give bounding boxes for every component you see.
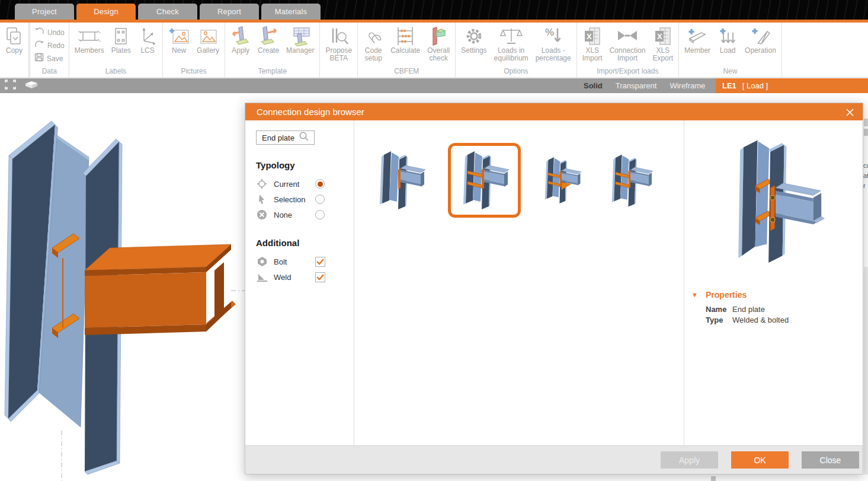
ribbon-group-data: UndoRedoSaveData <box>30 23 69 77</box>
additional-option-bolt[interactable]: Bolt <box>256 254 354 269</box>
tab-materials[interactable]: Materials <box>261 4 321 20</box>
typology-options: Current Selection None <box>256 176 354 222</box>
overall-check-icon <box>430 26 447 47</box>
picture-gallery-icon <box>197 26 219 47</box>
typology-option-selection[interactable]: Selection <box>256 192 354 207</box>
view-mode-wireframe[interactable]: Wireframe <box>670 81 705 90</box>
undo-button[interactable]: Undo <box>34 27 65 38</box>
plates-button[interactable]: Plates <box>108 26 134 55</box>
close-button[interactable]: Close <box>802 451 859 469</box>
ribbon-group-label <box>322 67 355 77</box>
bolt-checkbox[interactable] <box>315 257 325 267</box>
properties-heading: Properties <box>706 290 747 300</box>
template-manager-icon <box>289 26 312 47</box>
loads-percentage-button[interactable]: %Loads - percentage <box>532 26 575 62</box>
members-button[interactable]: Members <box>71 26 108 55</box>
ribbon-group-labels: MembersPlatesLCSLabels <box>69 23 163 77</box>
xls-export-button[interactable]: XXLS Export <box>649 26 677 62</box>
search-icon[interactable] <box>299 131 309 144</box>
svg-text:X: X <box>587 32 592 41</box>
typology-option-current[interactable]: Current <box>256 176 354 192</box>
ribbon-group-cbfem: Code setupCalculateOverall checkCBFEM <box>358 23 456 77</box>
weld-icon <box>256 272 268 282</box>
selection-radio[interactable] <box>315 195 325 204</box>
propose-button[interactable]: Propose BETA <box>322 26 355 62</box>
typology-option-none[interactable]: None <box>256 207 354 222</box>
plates-icon <box>113 26 129 47</box>
xls-import-button[interactable]: XXLS Import <box>579 26 606 62</box>
view-mode-transparent[interactable]: Transparent <box>616 81 657 90</box>
3d-model-view[interactable] <box>0 95 245 481</box>
ribbon-group-label: Data <box>32 67 67 77</box>
additional-option-weld[interactable]: Weld <box>256 269 354 285</box>
new-load-button[interactable]: Load <box>714 26 741 55</box>
apply-button[interactable]: Apply <box>661 451 718 469</box>
ribbon-group-label: New <box>681 67 780 77</box>
code-setup-button[interactable]: Code setup <box>360 26 387 62</box>
picture-new-button[interactable]: New <box>165 26 193 55</box>
connection-import-button[interactable]: Connection Import <box>606 26 649 62</box>
loads-percentage-icon: % <box>544 26 562 47</box>
copy-button[interactable]: Copy <box>2 26 27 55</box>
tab-project[interactable]: Project <box>15 4 74 20</box>
view-mode-solid[interactable]: Solid <box>584 81 603 90</box>
redo-button[interactable]: Redo <box>34 40 65 51</box>
connection-thumbnail-3[interactable] <box>537 155 587 206</box>
ok-button[interactable]: OK <box>731 451 789 469</box>
close-icon[interactable] <box>844 106 856 118</box>
sliver-text-fragments: cuatr <box>863 161 868 191</box>
lcs-button[interactable]: LCS <box>134 26 161 55</box>
svg-text:%: % <box>545 27 554 38</box>
save-icon <box>34 53 44 64</box>
connection-thumbnail-2-selected[interactable] <box>448 143 521 218</box>
save-button[interactable]: Save <box>34 53 65 64</box>
loads-equilibrium-icon <box>499 26 523 47</box>
search-input[interactable] <box>262 133 299 142</box>
load-effect-bar[interactable]: LE1 [ Load ] <box>716 78 868 93</box>
window-titlebar: ProjectDesignCheckReportMaterials <box>0 0 868 20</box>
connection-thumbnail-1[interactable] <box>370 148 432 212</box>
none-icon <box>256 209 268 220</box>
filter-panel: Typology Current Selection None Addition… <box>245 120 354 445</box>
current-radio[interactable] <box>315 179 325 189</box>
xls-export-icon: X <box>654 26 672 47</box>
picture-gallery-button[interactable]: Gallery <box>193 26 223 55</box>
ribbon-group-pictures: NewGalleryPictures <box>163 23 225 77</box>
property-type: TypeWelded & bolted <box>706 315 863 326</box>
ribbon-group-unlabeled: Propose BETA <box>320 23 358 77</box>
load-effect-name: LE1 <box>722 81 736 90</box>
calculate-button[interactable]: Calculate <box>387 26 424 55</box>
collapse-triangle-icon[interactable]: ▼ <box>691 291 706 298</box>
new-load-icon <box>718 26 738 47</box>
tab-design[interactable]: Design <box>76 4 136 20</box>
connection-design-browser-dialog: Connection design browser Typology Curre… <box>245 103 863 474</box>
ribbon-group-label: CBFEM <box>360 67 453 77</box>
tab-report[interactable]: Report <box>200 4 259 20</box>
tab-check[interactable]: Check <box>138 4 197 20</box>
template-manager-button[interactable]: Manager <box>283 26 318 55</box>
loads-equilibrium-button[interactable]: Loads in equilibrium <box>491 26 532 62</box>
settings-button[interactable]: Settings <box>457 26 490 55</box>
overall-check-button[interactable]: Overall check <box>424 26 453 62</box>
template-create-icon <box>258 26 278 47</box>
background-scrollbar-nub[interactable] <box>711 476 716 481</box>
new-operation-button[interactable]: Operation <box>741 26 780 55</box>
solid-view-icon[interactable] <box>24 80 39 91</box>
additional-heading: Additional <box>256 238 354 248</box>
weld-checkbox[interactable] <box>315 272 325 282</box>
ribbon-group-label: Template <box>227 67 318 77</box>
dialog-titlebar[interactable]: Connection design browser <box>245 103 863 120</box>
lcs-icon <box>138 26 157 47</box>
beam-web-front <box>85 272 206 328</box>
ribbon-group-label: Pictures <box>165 67 223 77</box>
members-icon <box>77 26 102 47</box>
search-box[interactable] <box>256 130 315 145</box>
template-create-button[interactable]: Create <box>254 26 283 55</box>
zoom-extents-icon[interactable] <box>5 79 16 92</box>
properties-rows: NameEnd plateTypeWelded & bolted <box>684 304 863 326</box>
connection-thumbnail-4[interactable] <box>603 152 659 209</box>
none-radio[interactable] <box>315 210 325 219</box>
new-member-button[interactable]: Member <box>681 26 714 55</box>
template-thumbnails <box>370 145 659 216</box>
template-apply-button[interactable]: Apply <box>227 26 254 55</box>
